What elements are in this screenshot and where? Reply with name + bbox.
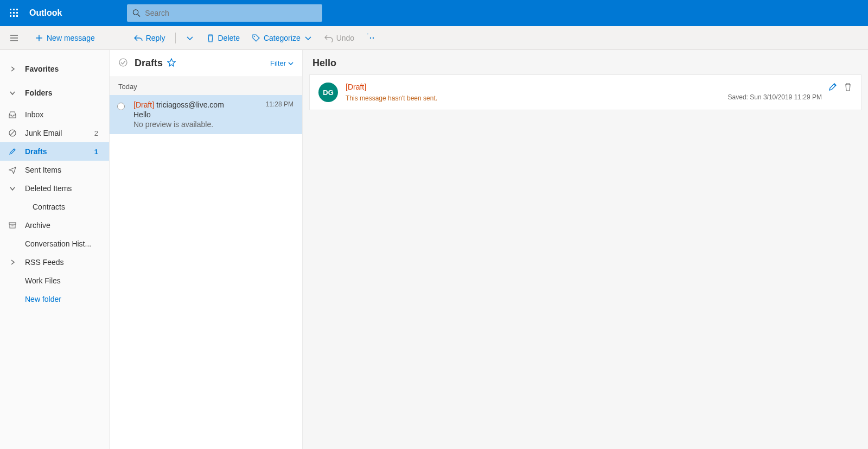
folder-title: Drafts bbox=[135, 58, 163, 69]
inbox-icon bbox=[8, 111, 17, 118]
select-all-checkbox[interactable] bbox=[118, 58, 128, 69]
waffle-icon bbox=[10, 9, 18, 17]
folder-count: 2 bbox=[94, 129, 101, 137]
svg-line-10 bbox=[138, 14, 140, 16]
svg-rect-6 bbox=[10, 15, 11, 17]
categorize-label: Categorize bbox=[264, 34, 301, 42]
folders-label: Folders bbox=[25, 88, 53, 97]
message-select-checkbox[interactable] bbox=[117, 103, 125, 110]
new-message-label: New message bbox=[47, 34, 95, 42]
favorite-star-button[interactable] bbox=[167, 58, 176, 68]
message-time: 11:28 PM bbox=[266, 100, 293, 109]
folder-label: Archive bbox=[25, 221, 50, 230]
svg-point-13 bbox=[370, 37, 371, 38]
favorites-label: Favorites bbox=[25, 65, 59, 73]
undo-label: Undo bbox=[336, 34, 354, 42]
search-box[interactable] bbox=[127, 4, 322, 22]
folder-label: Junk Email bbox=[25, 129, 62, 137]
delete-button[interactable]: Delete bbox=[202, 30, 244, 46]
new-folder-button[interactable]: New folder bbox=[0, 290, 109, 308]
folder-label: Inbox bbox=[25, 110, 43, 119]
folders-section[interactable]: Folders bbox=[0, 84, 109, 102]
filter-button[interactable]: Filter bbox=[270, 59, 293, 67]
reply-dropdown-button[interactable] bbox=[181, 30, 199, 46]
svg-rect-4 bbox=[13, 12, 15, 14]
categorize-button[interactable]: Categorize bbox=[247, 30, 317, 46]
draft-tag: [Draft] bbox=[133, 100, 154, 109]
svg-point-12 bbox=[367, 34, 368, 34]
folder-conversation-history[interactable]: Conversation Hist... bbox=[0, 235, 109, 253]
new-folder-label: New folder bbox=[25, 295, 61, 303]
chevron-right-icon bbox=[8, 66, 17, 72]
message-subject: Hello bbox=[133, 110, 293, 119]
draft-tag: [Draft] bbox=[346, 83, 720, 91]
message-list-pane: Drafts Filter Today [Draft] triciagoss@l… bbox=[110, 50, 303, 449]
folder-label: Work Files bbox=[25, 276, 61, 285]
undo-button[interactable]: Undo bbox=[320, 30, 359, 46]
svg-rect-0 bbox=[10, 9, 11, 10]
chevron-down-icon bbox=[8, 90, 17, 96]
svg-rect-17 bbox=[9, 223, 16, 224]
svg-rect-7 bbox=[13, 15, 15, 17]
new-message-button[interactable]: New message bbox=[30, 30, 99, 46]
more-icon bbox=[366, 34, 375, 42]
search-icon bbox=[132, 9, 141, 17]
favorites-section[interactable]: Favorites bbox=[0, 60, 109, 78]
send-icon bbox=[8, 166, 17, 174]
main-area: Favorites Folders Inbox Junk Email 2 Dra… bbox=[0, 50, 868, 449]
reply-button[interactable]: Reply bbox=[130, 30, 170, 46]
svg-line-16 bbox=[10, 131, 15, 135]
folder-label: Contracts bbox=[33, 203, 65, 211]
folder-drafts[interactable]: Drafts 1 bbox=[0, 142, 109, 161]
more-actions-button[interactable] bbox=[362, 30, 379, 46]
folder-label: Conversation Hist... bbox=[25, 239, 91, 248]
message-header-card: DG [Draft] This message hasn't been sent… bbox=[309, 74, 861, 110]
svg-rect-3 bbox=[10, 12, 11, 14]
not-sent-label: This message hasn't been sent. bbox=[346, 94, 720, 102]
reading-pane: Hello DG [Draft] This message hasn't bee… bbox=[303, 50, 868, 449]
chevron-down-icon bbox=[186, 34, 194, 42]
date-group-header: Today bbox=[110, 77, 302, 95]
folder-work-files[interactable]: Work Files bbox=[0, 271, 109, 290]
svg-point-14 bbox=[373, 37, 374, 38]
app-name: Outlook bbox=[29, 8, 62, 18]
app-launcher-button[interactable] bbox=[5, 4, 23, 22]
trash-icon bbox=[206, 34, 215, 42]
folder-contracts[interactable]: Contracts bbox=[0, 198, 109, 216]
svg-rect-5 bbox=[16, 12, 18, 14]
folder-junk[interactable]: Junk Email 2 bbox=[0, 124, 109, 142]
filter-label: Filter bbox=[270, 59, 286, 67]
folder-label: Deleted Items bbox=[25, 184, 72, 193]
svg-point-9 bbox=[133, 10, 138, 15]
svg-rect-1 bbox=[13, 9, 15, 10]
folder-archive[interactable]: Archive bbox=[0, 216, 109, 235]
discard-draft-button[interactable] bbox=[844, 83, 852, 93]
folder-label: Sent Items bbox=[25, 166, 61, 174]
hamburger-icon bbox=[10, 34, 18, 42]
avatar: DG bbox=[318, 83, 338, 102]
folder-deleted[interactable]: Deleted Items bbox=[0, 179, 109, 198]
svg-point-18 bbox=[119, 59, 127, 66]
command-bar: New message Reply Delete Categorize Undo bbox=[0, 26, 868, 50]
folder-sent[interactable]: Sent Items bbox=[0, 161, 109, 179]
folder-rss[interactable]: RSS Feeds bbox=[0, 253, 109, 271]
message-item[interactable]: [Draft] triciagoss@live.com 11:28 PM Hel… bbox=[110, 95, 302, 134]
reply-icon bbox=[134, 34, 143, 42]
plus-icon bbox=[35, 34, 43, 42]
svg-point-11 bbox=[254, 36, 255, 37]
archive-icon bbox=[8, 222, 17, 229]
reply-label: Reply bbox=[146, 34, 165, 42]
title-bar: Outlook bbox=[0, 0, 868, 26]
search-input[interactable] bbox=[145, 9, 317, 17]
folder-inbox[interactable]: Inbox bbox=[0, 105, 109, 124]
nav-toggle-button[interactable] bbox=[5, 34, 23, 42]
saved-timestamp: Saved: Sun 3/10/2019 11:29 PM bbox=[728, 93, 822, 101]
chevron-down-icon bbox=[8, 185, 17, 192]
reading-subject: Hello bbox=[303, 50, 868, 74]
svg-rect-8 bbox=[16, 15, 18, 17]
svg-rect-2 bbox=[16, 9, 18, 10]
message-recipient: triciagoss@live.com bbox=[156, 100, 224, 109]
folder-pane: Favorites Folders Inbox Junk Email 2 Dra… bbox=[0, 50, 110, 449]
chevron-down-icon bbox=[304, 34, 312, 42]
edit-draft-button[interactable] bbox=[828, 83, 837, 93]
